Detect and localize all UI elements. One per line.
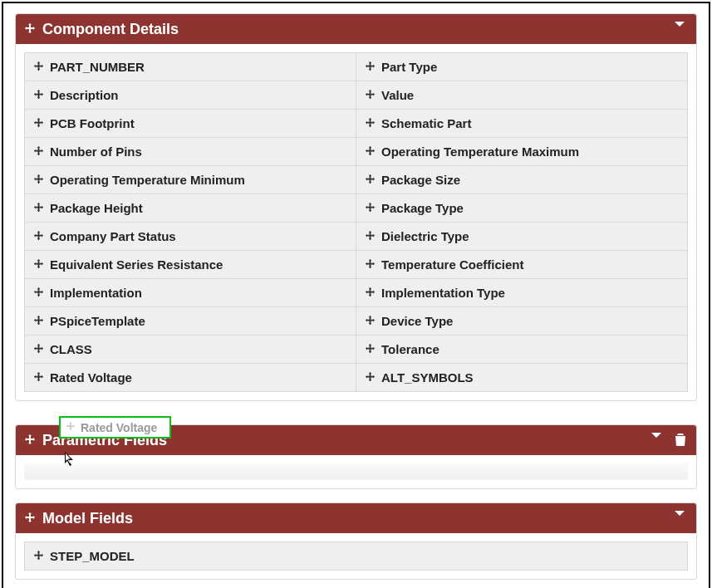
table-row: Number of PinsOperating Temperature Maxi…: [25, 138, 688, 166]
field-label: Description: [50, 88, 119, 102]
move-icon[interactable]: [33, 372, 45, 384]
chevron-down-icon[interactable]: [673, 507, 686, 522]
parametric-fields-body[interactable]: [16, 455, 696, 488]
field-label: ALT_SYMBOLS: [381, 370, 474, 385]
move-icon[interactable]: [33, 118, 45, 130]
component-details-header[interactable]: Component Details: [16, 14, 696, 44]
component-details-grid: PART_NUMBERPart TypeDescriptionValuePCB …: [24, 52, 688, 392]
move-icon[interactable]: [365, 259, 376, 271]
table-row: Package HeightPackage Type: [25, 194, 688, 223]
field-cell[interactable]: PCB Footprint: [25, 110, 356, 138]
table-row: PSpiceTemplateDevice Type: [25, 307, 688, 336]
field-label: Company Part Status: [50, 229, 176, 243]
model-fields-list: STEP_MODEL: [24, 541, 688, 571]
move-icon[interactable]: [33, 203, 45, 214]
field-cell[interactable]: ALT_SYMBOLS: [356, 364, 688, 392]
move-icon[interactable]: [365, 372, 376, 384]
move-icon[interactable]: [33, 174, 45, 186]
move-icon[interactable]: [365, 61, 376, 73]
table-row: Company Part StatusDielectric Type: [25, 223, 688, 251]
move-icon[interactable]: [365, 90, 376, 101]
field-label: STEP_MODEL: [50, 549, 135, 563]
field-cell[interactable]: Temperature Coefficient: [356, 251, 688, 279]
field-label: Device Type: [381, 314, 453, 328]
move-icon[interactable]: [33, 551, 45, 562]
trash-icon[interactable]: [673, 432, 688, 451]
field-cell[interactable]: Dielectric Type: [356, 223, 688, 251]
field-cell[interactable]: Tolerance: [356, 336, 688, 364]
field-cell[interactable]: Value: [356, 81, 688, 110]
field-label: PCB Footprint: [50, 116, 135, 130]
chevron-down-icon[interactable]: [673, 17, 686, 33]
move-icon[interactable]: [33, 259, 45, 271]
field-cell[interactable]: Description: [25, 81, 356, 110]
field-label: Schematic Part: [381, 116, 471, 130]
field-label: PSpiceTemplate: [50, 314, 145, 328]
move-icon[interactable]: [24, 512, 36, 524]
field-cell[interactable]: Rated Voltage: [25, 364, 356, 392]
field-cell[interactable]: Operating Temperature Minimum: [25, 166, 356, 194]
field-cell[interactable]: Schematic Part: [356, 110, 688, 138]
field-cell[interactable]: Operating Temperature Maximum: [356, 138, 688, 166]
field-cell[interactable]: Package Height: [25, 194, 356, 223]
field-label: CLASS: [50, 342, 92, 356]
field-cell[interactable]: Device Type: [356, 307, 688, 336]
move-icon[interactable]: [365, 231, 376, 243]
component-details-panel: Component Details PART_NUMBERPart TypeDe…: [15, 13, 697, 401]
field-cell[interactable]: CLASS: [25, 336, 356, 364]
field-cell[interactable]: Package Size: [356, 166, 688, 194]
move-icon[interactable]: [365, 287, 376, 299]
field-label: Dielectric Type: [381, 229, 469, 243]
move-icon[interactable]: [365, 203, 376, 214]
model-fields-title: Model Fields: [42, 510, 133, 527]
model-fields-header[interactable]: Model Fields: [16, 503, 696, 533]
chevron-down-icon[interactable]: [650, 429, 663, 444]
field-cell[interactable]: Implementation: [25, 279, 356, 307]
move-icon[interactable]: [33, 231, 45, 243]
parametric-dropzone[interactable]: [24, 463, 688, 480]
move-icon[interactable]: [365, 174, 376, 186]
table-row: DescriptionValue: [25, 81, 688, 110]
field-label: Temperature Coefficient: [381, 257, 523, 272]
field-label: Part Type: [381, 60, 437, 74]
field-cell[interactable]: Number of Pins: [25, 138, 356, 166]
field-label: Implementation Type: [381, 286, 505, 300]
move-icon[interactable]: [24, 23, 36, 35]
field-cell[interactable]: Implementation Type: [356, 279, 688, 307]
move-icon[interactable]: [33, 287, 45, 299]
model-fields-panel: Model Fields STEP_MODEL: [15, 502, 697, 580]
move-icon[interactable]: [33, 316, 45, 327]
field-cell[interactable]: PART_NUMBER: [25, 53, 356, 81]
field-label: Implementation: [50, 286, 142, 300]
field-label: Package Type: [381, 201, 464, 215]
field-label: Operating Temperature Maximum: [381, 145, 579, 159]
field-label: PART_NUMBER: [50, 60, 145, 74]
parametric-fields-header[interactable]: Parametric Fields: [16, 425, 696, 455]
field-cell[interactable]: STEP_MODEL: [25, 542, 688, 571]
field-label: Tolerance: [381, 342, 439, 356]
move-icon[interactable]: [33, 344, 45, 355]
move-icon[interactable]: [365, 344, 376, 355]
field-cell[interactable]: Company Part Status: [25, 223, 356, 251]
move-icon[interactable]: [365, 146, 376, 158]
field-label: Number of Pins: [50, 145, 142, 159]
field-cell[interactable]: Package Type: [356, 194, 688, 223]
component-details-title: Component Details: [42, 21, 179, 38]
list-item: STEP_MODEL: [25, 542, 688, 571]
move-icon[interactable]: [33, 146, 45, 158]
table-row: Equivalent Series ResistanceTemperature …: [25, 251, 688, 279]
parametric-fields-panel: Parametric Fields: [15, 424, 697, 489]
move-icon[interactable]: [33, 90, 45, 101]
move-icon[interactable]: [24, 434, 36, 446]
move-icon[interactable]: [365, 316, 376, 327]
field-label: Value: [381, 88, 414, 102]
component-details-body: PART_NUMBERPart TypeDescriptionValuePCB …: [16, 44, 696, 400]
field-cell[interactable]: Equivalent Series Resistance: [25, 251, 356, 279]
move-icon[interactable]: [365, 118, 376, 130]
move-icon[interactable]: [33, 61, 45, 73]
field-cell[interactable]: PSpiceTemplate: [25, 307, 356, 336]
field-cell[interactable]: Part Type: [356, 53, 688, 81]
table-row: CLASSTolerance: [25, 336, 688, 364]
table-row: ImplementationImplementation Type: [25, 279, 688, 307]
field-label: Package Size: [381, 173, 460, 187]
